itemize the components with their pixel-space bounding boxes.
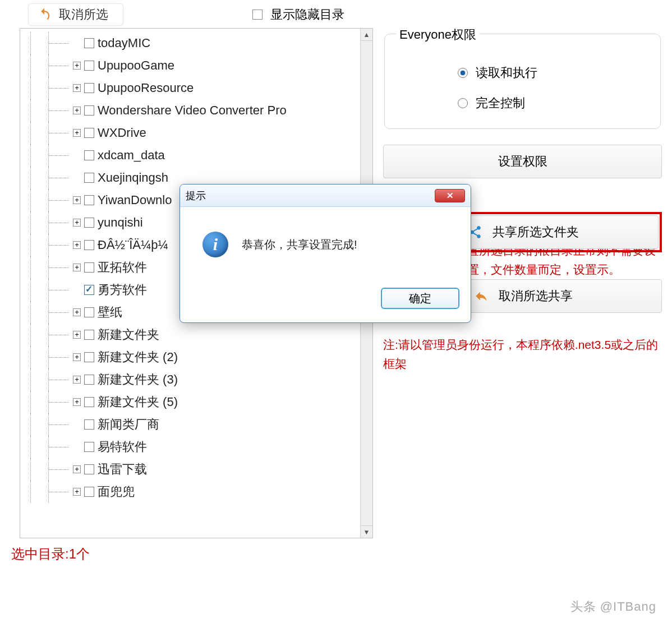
tree-node-label: 新建文件夹 [98,326,159,343]
tree-checkbox[interactable] [84,150,94,160]
expander-icon[interactable]: + [73,398,81,406]
tree-checkbox[interactable] [84,240,94,250]
expander-icon[interactable]: + [73,219,81,227]
tree-node-label: 新建文件夹 (5) [98,394,178,410]
tree-checkbox[interactable] [84,442,94,452]
message-dialog: 提示 ✕ i 恭喜你，共享设置完成! 确定 [179,184,471,323]
scroll-up-icon[interactable]: ▲ [361,29,372,41]
tree-node-label: 壁纸 [98,304,122,321]
close-icon: ✕ [447,191,454,201]
expander-icon[interactable]: + [73,488,81,496]
tree-node-label: 勇芳软件 [98,281,147,298]
expander-icon [73,174,81,182]
tree-checkbox[interactable] [84,83,94,93]
tree-checkbox[interactable] [84,173,94,183]
undo-icon [473,289,490,303]
permissions-title: Everyone权限 [396,26,480,43]
expander-icon[interactable]: + [73,376,81,384]
tree-checkbox[interactable] [84,218,94,228]
tree-checkbox[interactable] [84,352,94,362]
dialog-ok-label: 确定 [409,291,431,306]
tree-node[interactable]: +新建文件夹 [30,324,369,346]
expander-icon[interactable]: + [73,196,81,204]
radio-icon [458,68,468,78]
cancel-selection-label: 取消所选 [59,6,108,23]
dialog-message: 恭喜你，共享设置完成! [242,237,357,252]
expander-icon[interactable]: + [73,107,81,114]
tree-node[interactable]: 新闻类厂商 [30,413,369,436]
tree-node-label: todayMIC [98,36,150,50]
tree-node-label: Xuejinqingsh [98,170,168,185]
tree-checkbox[interactable] [84,61,94,71]
tree-node[interactable]: xdcam_data [30,144,369,167]
radio-full-control[interactable]: 完全控制 [458,95,649,112]
tree-node[interactable]: +新建文件夹 (3) [30,368,369,391]
info-icon: i [202,232,228,257]
permissions-group: Everyone权限 读取和执行 完全控制 [384,34,661,129]
tree-node-label: 新闻类厂商 [98,416,159,433]
tree-checkbox[interactable] [84,38,94,48]
expander-icon[interactable]: + [73,129,81,137]
tree-checkbox[interactable] [84,307,94,317]
expander-icon [73,39,81,47]
tree-checkbox[interactable] [84,397,94,407]
tree-node-label: yunqishi [98,215,143,230]
tree-node[interactable]: +面兜兜 [30,481,369,503]
tree-checkbox[interactable] [84,464,94,474]
tree-checkbox[interactable] [84,375,94,385]
radio-read-execute-label: 读取和执行 [476,64,537,81]
tree-checkbox[interactable] [84,285,94,295]
expander-icon[interactable]: + [73,353,81,361]
expander-icon[interactable]: + [73,84,81,92]
tree-node-label: 新建文件夹 (2) [98,349,178,366]
expander-icon[interactable]: + [73,264,81,271]
tree-node-label: WXDrive [98,126,146,140]
dialog-ok-button[interactable]: 确定 [381,288,459,309]
tree-node[interactable]: +迅雷下载 [30,458,369,481]
tree-checkbox[interactable] [84,195,94,205]
tree-node[interactable]: +新建文件夹 (5) [30,391,369,413]
tree-node[interactable]: 易特软件 [30,436,369,458]
expander-icon [73,151,81,159]
tree-node-label: 亚拓软件 [98,259,147,276]
tree-node-label: 迅雷下载 [98,461,147,478]
admin-note: 注:请以管理员身份运行，本程序依赖.net3.5或之后的框架 [383,335,662,373]
unshare-button-label: 取消所选共享 [499,288,573,304]
dialog-close-button[interactable]: ✕ [435,189,465,202]
share-button-label: 共享所选文件夹 [493,224,579,241]
tree-node[interactable]: todayMIC [30,32,369,54]
tree-checkbox[interactable] [84,128,94,138]
tree-node-label: YiwanDownlo [98,193,172,207]
undo-icon [36,7,52,22]
expander-icon[interactable]: + [73,308,81,316]
tree-node-label: xdcam_data [98,148,165,163]
cancel-selection-button[interactable]: 取消所选 [28,3,123,26]
tree-checkbox[interactable] [84,330,94,340]
tree-checkbox[interactable] [84,419,94,430]
set-permissions-button[interactable]: 设置权限 [383,145,662,178]
radio-read-execute[interactable]: 读取和执行 [458,64,649,81]
tree-checkbox[interactable] [84,487,94,497]
expander-icon[interactable]: + [73,465,81,473]
radio-icon [458,98,468,108]
expander-icon[interactable]: + [73,241,81,249]
tree-checkbox[interactable] [84,262,94,273]
expander-icon[interactable]: + [73,62,81,70]
show-hidden-checkbox[interactable]: 显示隐藏目录 [252,6,344,23]
watermark: 头条 @ITBang [570,598,656,615]
tree-node-label: ÐÂ½¨ÎÄ¼þ¼ [98,238,168,252]
dialog-title: 提示 [186,189,206,202]
tree-node-label: 新建文件夹 (3) [98,371,178,388]
tree-node[interactable]: +新建文件夹 (2) [30,346,369,368]
tree-node-label: 易特软件 [98,439,147,455]
scroll-down-icon[interactable]: ▼ [361,525,372,538]
expander-icon[interactable]: + [73,331,81,339]
set-permissions-label: 设置权限 [498,153,547,170]
tree-checkbox[interactable] [84,105,94,116]
show-hidden-label: 显示隐藏目录 [270,6,344,23]
tree-node[interactable]: +WXDrive [30,122,369,144]
tree-node-label: Wondershare Video Converter Pro [98,103,287,118]
tree-node[interactable]: +UpupooGame [30,54,369,77]
tree-node[interactable]: +Wondershare Video Converter Pro [30,99,369,122]
tree-node[interactable]: +UpupooResource [30,77,369,99]
